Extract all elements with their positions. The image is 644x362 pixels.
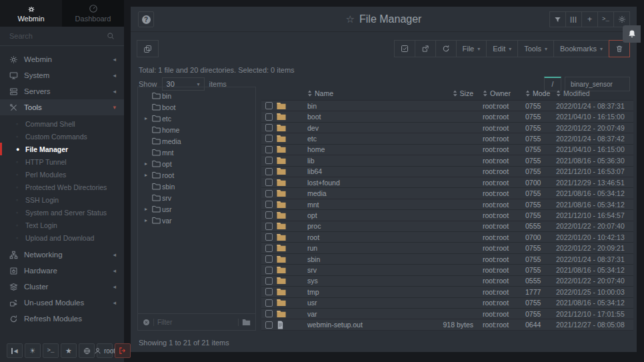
sidebar-item-upload-and-download[interactable]: ◦Upload and Download — [0, 231, 124, 244]
tree-item-etc[interactable]: ▸etc — [138, 113, 255, 124]
sort-icon[interactable] — [453, 90, 457, 97]
tree-item-media[interactable]: media — [138, 135, 255, 147]
file-name[interactable]: proc — [307, 222, 425, 230]
tree-item-root[interactable]: ▸root — [138, 169, 255, 181]
sidebar-item-un-used-modules[interactable]: Un-used Modules◂ — [0, 295, 124, 311]
sidebar-item-networking[interactable]: Networking◂ — [0, 247, 124, 263]
tree-item-mnt[interactable]: mnt — [138, 147, 255, 158]
row-checkbox[interactable] — [265, 211, 273, 219]
sidebar-item-protected-web-directories[interactable]: ◦Protected Web Directories — [0, 181, 124, 193]
select-all-button[interactable] — [394, 40, 415, 57]
table-row-run[interactable]: runroot:root07552022/01/22 - 20:09:21 — [261, 243, 633, 253]
expand-arrow-icon[interactable]: ▸ — [145, 172, 147, 178]
column-header-size[interactable]: Size — [425, 89, 483, 97]
language-button[interactable] — [79, 343, 95, 358]
logout-button[interactable] — [115, 343, 131, 358]
file-name[interactable]: lib64 — [307, 167, 425, 175]
table-row-usr[interactable]: usrroot:root07552021/08/16 - 05:34:12 — [261, 298, 633, 309]
row-checkbox[interactable] — [265, 201, 273, 208]
table-row-media[interactable]: mediaroot:root07552021/08/16 - 05:34:12 — [261, 188, 633, 199]
row-checkbox[interactable] — [265, 113, 273, 121]
table-row-tmp[interactable]: tmproot:root17772022/01/25 - 10:00:03 — [261, 287, 633, 297]
bookmarks-menu-button[interactable]: Bookmarks▾ — [553, 40, 609, 57]
refresh-button[interactable] — [435, 40, 457, 57]
table-row-lib[interactable]: libroot:root07552021/08/16 - 05:36:30 — [261, 155, 633, 166]
file-menu-button[interactable]: File▾ — [456, 40, 487, 57]
columns-button[interactable]: ||| — [565, 11, 582, 27]
file-name[interactable]: media — [307, 189, 425, 197]
sort-icon[interactable] — [556, 90, 561, 97]
table-row-etc[interactable]: etcroot:root07552022/01/24 - 08:37:42 — [261, 133, 633, 144]
tree-item-bin[interactable]: bin — [138, 90, 255, 101]
shell-button[interactable]: >_ — [43, 343, 59, 358]
sort-icon[interactable] — [307, 90, 312, 97]
row-checkbox[interactable] — [265, 233, 273, 241]
column-header-modified[interactable]: Modified — [556, 89, 633, 97]
file-name[interactable]: etc — [307, 135, 425, 143]
sidebar-item-cluster[interactable]: Cluster◂ — [0, 279, 124, 295]
sidebar-item-file-manager[interactable]: ●File Manager — [0, 143, 124, 155]
file-name[interactable]: lost+found — [307, 179, 425, 187]
file-name[interactable]: webmin-setup.out — [307, 321, 425, 329]
row-checkbox[interactable] — [265, 299, 273, 307]
expand-arrow-icon[interactable]: ▸ — [145, 206, 147, 212]
row-checkbox[interactable] — [265, 277, 273, 285]
user-button[interactable]: root — [97, 343, 113, 358]
expand-arrow-icon[interactable]: ▸ — [145, 161, 147, 167]
table-row-dev[interactable]: devroot:root07552022/01/22 - 20:07:49 — [261, 123, 633, 133]
copy-path-button[interactable] — [137, 40, 159, 57]
tree-item-opt[interactable]: ▸opt — [138, 158, 255, 169]
tab-webmin[interactable]: Webmin — [0, 0, 62, 27]
expand-arrow-icon[interactable]: ▸ — [145, 115, 147, 121]
table-row-webmin-setup-out[interactable]: webmin-setup.out918 bytesroot:root064420… — [261, 319, 633, 330]
row-checkbox[interactable] — [265, 310, 273, 317]
column-header-name[interactable]: Name — [307, 89, 425, 97]
file-name[interactable]: boot — [307, 113, 425, 121]
sidebar-item-hardware[interactable]: Hardware◂ — [0, 263, 124, 279]
table-row-mnt[interactable]: mntroot:root07552021/08/16 - 05:34:12 — [261, 199, 633, 210]
file-name[interactable]: home — [307, 145, 425, 153]
file-name[interactable]: opt — [307, 211, 425, 219]
table-row-root[interactable]: rootroot:root07002022/01/20 - 10:42:13 — [261, 232, 633, 243]
row-checkbox[interactable] — [265, 168, 273, 175]
sidebar-item-system[interactable]: System◂ — [0, 67, 124, 83]
tree-item-srv[interactable]: srv — [138, 192, 255, 203]
file-name[interactable]: var — [307, 310, 425, 318]
file-name[interactable]: run — [307, 244, 425, 252]
sidebar-item-tools[interactable]: Tools▾ — [0, 99, 124, 115]
row-checkbox[interactable] — [265, 321, 273, 329]
column-header-owner[interactable]: Owner — [483, 89, 525, 97]
file-name[interactable]: tmp — [307, 288, 425, 296]
table-row-lost-found[interactable]: lost+foundroot:root07002021/12/29 - 13:4… — [261, 177, 633, 188]
terminal-button[interactable]: >_ — [597, 11, 614, 27]
row-checkbox[interactable] — [265, 135, 273, 142]
sidebar-item-custom-commands[interactable]: ◦Custom Commands — [0, 130, 124, 143]
sort-icon[interactable] — [525, 90, 530, 97]
add-button[interactable]: + — [581, 11, 598, 27]
table-row-sbin[interactable]: sbinroot:root07552022/01/24 - 08:37:31 — [261, 254, 633, 265]
search-input[interactable] — [9, 32, 107, 40]
row-checkbox[interactable] — [265, 245, 273, 252]
theme-button[interactable]: ☀ — [25, 343, 41, 358]
column-header-mode[interactable]: Mode — [525, 89, 556, 97]
tree-item-var[interactable]: ▸var — [138, 215, 255, 226]
file-name[interactable]: lib — [307, 157, 425, 165]
table-row-lib64[interactable]: lib64root:root07552021/12/10 - 16:53:07 — [261, 167, 633, 177]
row-checkbox[interactable] — [265, 102, 273, 109]
sort-icon[interactable] — [483, 90, 487, 97]
clear-filter-icon[interactable] — [143, 319, 150, 326]
tree-item-sbin[interactable]: sbin — [138, 181, 255, 192]
sidebar-item-refresh-modules[interactable]: Refresh Modules — [0, 311, 124, 327]
favorites-button[interactable]: ★ — [61, 343, 77, 358]
sidebar-item-webmin[interactable]: Webmin◂ — [0, 51, 124, 67]
notifications-bell[interactable] — [623, 25, 641, 43]
table-row-boot[interactable]: bootroot:root07552021/04/10 - 16:15:00 — [261, 111, 633, 122]
expand-arrow-icon[interactable]: ▸ — [145, 217, 147, 223]
table-row-proc[interactable]: procroot:root05552022/01/22 - 20:07:40 — [261, 221, 633, 232]
file-name[interactable]: mnt — [307, 201, 425, 209]
row-checkbox[interactable] — [265, 146, 273, 153]
file-name[interactable]: bin — [307, 102, 425, 110]
table-row-home[interactable]: homeroot:root07552021/04/10 - 16:15:00 — [261, 145, 633, 155]
help-button[interactable]: ? — [138, 11, 154, 27]
tree-filter-input[interactable] — [157, 319, 235, 326]
